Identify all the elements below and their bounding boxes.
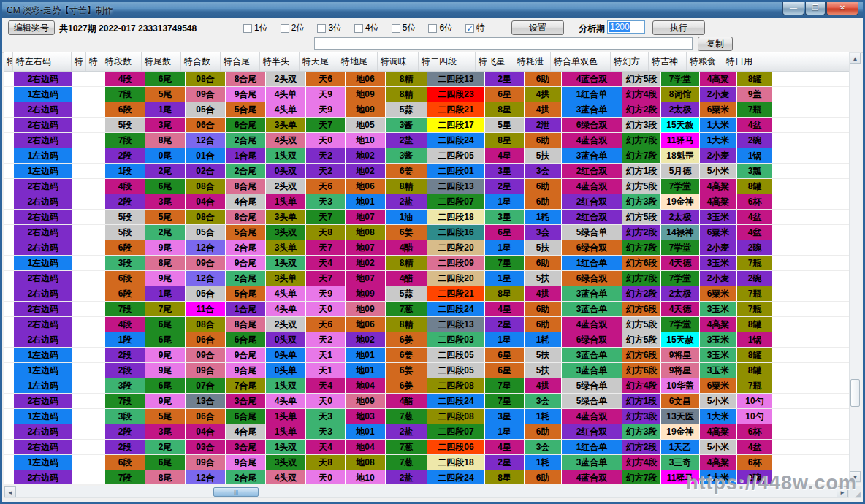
scroll-up-arrow-icon[interactable]: ▲: [850, 53, 861, 64]
horizontal-scrollbar[interactable]: ◄ ||| ►: [4, 486, 849, 498]
close-button[interactable]: ✕: [826, 2, 858, 15]
table-cell: 2右边码: [14, 118, 72, 132]
column-header[interactable]: 特: [4, 52, 13, 71]
scroll-right-arrow-icon[interactable]: ►: [837, 486, 848, 497]
column-header[interactable]: 特幻方: [611, 52, 649, 71]
minimize-button[interactable]: —: [782, 2, 804, 15]
table-cell: 9合尾: [226, 87, 265, 102]
scroll-left-arrow-icon[interactable]: ◄: [4, 486, 16, 497]
column-header[interactable]: 特耗泄: [514, 52, 551, 71]
table-cell: 09合: [186, 256, 225, 270]
column-header[interactable]: 特地尾: [338, 52, 378, 71]
table-cell: 7星: [485, 394, 524, 408]
unchecked-checkbox-icon[interactable]: [243, 24, 252, 33]
column-header[interactable]: 特尾数: [142, 52, 181, 71]
table-cell: 4醋: [386, 271, 427, 286]
table-cell: 2右边码: [14, 179, 72, 194]
table-cell: 2合尾: [226, 271, 265, 286]
table-cell: 9尾: [145, 348, 185, 362]
result-output-input[interactable]: [314, 37, 693, 50]
table-cell: 7学堂: [661, 72, 699, 86]
column-header[interactable]: 特调味: [378, 52, 419, 71]
checkbox-2位[interactable]: 2位: [281, 22, 305, 34]
column-header[interactable]: 特: [86, 52, 102, 71]
table-cell-empty: [4, 409, 13, 424]
table-cell: 地06: [346, 72, 385, 86]
checkbox-1位[interactable]: 1位: [243, 22, 268, 34]
table-cell: 8合尾: [226, 210, 265, 224]
unchecked-checkbox-icon[interactable]: [392, 24, 400, 33]
table-cell: 5月德: [661, 164, 699, 178]
table-cell: 6姜: [386, 348, 427, 362]
settings-button[interactable]: 设置: [511, 20, 564, 35]
table-cell: 1头双: [266, 378, 305, 393]
maximize-button[interactable]: ❐: [805, 2, 826, 15]
table-cell: 地01: [346, 363, 385, 378]
table-cell: 3玉米: [700, 332, 736, 347]
table-cell: 1头双: [266, 440, 305, 454]
table-cell: 3尾: [145, 424, 185, 439]
resize-grip[interactable]: [849, 486, 861, 498]
column-header[interactable]: 特粮食: [687, 52, 723, 71]
table-cell: 4合尾: [226, 424, 265, 439]
table-cell: 9合尾: [226, 455, 265, 470]
checkbox-4位[interactable]: 4位: [354, 22, 379, 34]
column-header[interactable]: 特: [72, 52, 86, 71]
column-header[interactable]: 特飞星: [476, 52, 514, 71]
table-cell: 幻方3段: [622, 409, 660, 424]
table-cell: 2盐: [386, 470, 427, 484]
column-header[interactable]: 特合数: [181, 52, 221, 71]
table-cell: 二四段03: [427, 332, 484, 347]
table-cell-empty: [88, 256, 104, 270]
table-cell-empty: [88, 118, 104, 132]
table-cell: 天0: [306, 470, 345, 484]
unchecked-checkbox-icon[interactable]: [428, 24, 437, 33]
edit-draw-number-button[interactable]: 编辑奖号: [8, 20, 55, 35]
table-cell: 地06: [346, 179, 385, 194]
column-header[interactable]: 特合尾: [221, 52, 260, 71]
column-header[interactable]: 特吉神: [649, 52, 687, 71]
execute-button[interactable]: 执行: [652, 20, 705, 35]
table-cell-empty: [73, 302, 88, 316]
copy-button[interactable]: 复制: [698, 37, 733, 51]
checkbox-特[interactable]: ✓特: [465, 22, 485, 34]
analysis-period-input[interactable]: 1200: [607, 20, 645, 34]
table-cell: 8星: [485, 470, 524, 484]
column-header[interactable]: 特二四段: [419, 52, 476, 71]
table-cell: 5合尾: [226, 225, 265, 240]
table-cell: 幻方6段: [622, 348, 660, 362]
column-header[interactable]: 特左右码: [13, 52, 72, 71]
column-header[interactable]: 特半头: [260, 52, 300, 71]
table-cell: 5合尾: [226, 102, 265, 117]
table-cell-empty: [88, 148, 104, 163]
scroll-down-arrow-icon[interactable]: ▼: [850, 471, 861, 482]
table-cell: 2右边码: [14, 225, 72, 240]
table-cell: 8精: [386, 256, 427, 270]
checkbox-5位[interactable]: 5位: [392, 22, 416, 34]
table-cell: 05合: [186, 102, 225, 117]
column-header[interactable]: 特段数: [102, 52, 142, 71]
column-header[interactable]: 特合单双色: [551, 52, 611, 71]
table-cell: 3三奇: [661, 455, 699, 470]
table-cell: 6段: [105, 102, 145, 117]
toolbar: 编辑奖号 共1027期 2022-017 233313749548 1位2位3位…: [2, 18, 863, 53]
vertical-scrollbar[interactable]: ▲ ▼: [849, 52, 861, 483]
column-header[interactable]: 特日用: [723, 52, 758, 71]
unchecked-checkbox-icon[interactable]: [281, 24, 289, 33]
checkbox-3位[interactable]: 3位: [317, 22, 342, 34]
table-cell: 6粟米: [700, 286, 736, 301]
unchecked-checkbox-icon[interactable]: [317, 24, 326, 33]
checkbox-6位[interactable]: 6位: [428, 22, 453, 34]
table-cell-empty: [88, 455, 104, 470]
title-bar[interactable]: CM 澳彩-走势【寸芒】制作 — ❐ ✕: [2, 2, 863, 18]
checked-checkbox-icon[interactable]: ✓: [465, 24, 474, 33]
horizontal-scrollbar-thumb[interactable]: |||: [213, 487, 259, 497]
table-cell: 3蓝合单: [562, 348, 622, 362]
table-cell: 1大米: [700, 118, 736, 132]
vertical-scrollbar-thumb[interactable]: [850, 379, 860, 407]
unchecked-checkbox-icon[interactable]: [354, 24, 363, 33]
column-header[interactable]: 特天尾: [300, 52, 338, 71]
table-cell: 4拱: [525, 378, 561, 393]
table-cell: 8罐: [737, 363, 772, 378]
table-cell-empty: [88, 102, 104, 117]
